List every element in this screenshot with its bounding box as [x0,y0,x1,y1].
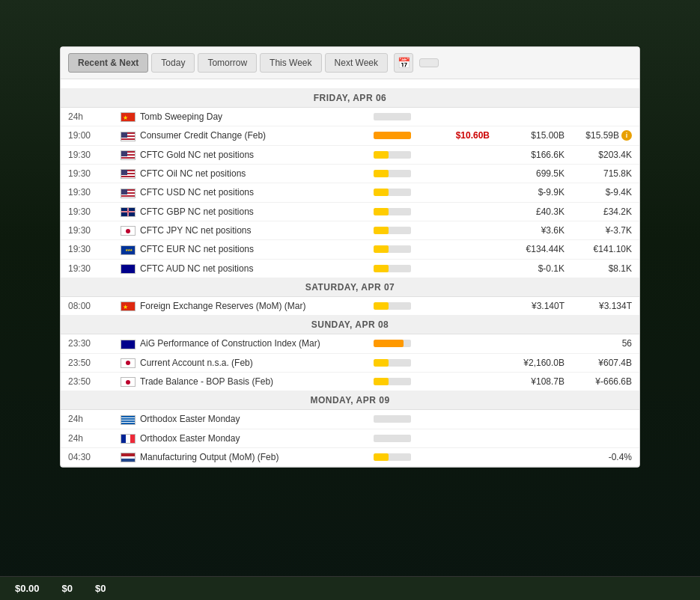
table-row[interactable]: 04:30 Manufacturing Output (MoM) (Feb) -… [61,448,639,467]
tab-this-week[interactable]: This Week [260,53,321,73]
gmt-cell: 19:30 [68,206,121,217]
footer-item-2: $0 [62,583,73,594]
vol-cell [362,113,422,120]
table-row[interactable]: 19:30 CFTC USD NC net positions $-9.9K $… [61,183,639,202]
event-cell: Consumer Credit Change (Feb) [121,130,362,141]
flag-us [121,168,136,179]
flag-gb [121,206,136,217]
table-row[interactable]: 19:00 Consumer Credit Change (Feb) $10.6… [61,126,639,145]
gmt-cell: 19:30 [68,225,121,236]
gmt-cell: 19:30 [68,244,121,254]
table-row[interactable]: 24h Orthodox Easter Monday [61,410,639,429]
previous-value: $-9.4K [606,187,632,198]
table-row[interactable]: 08:00 ★ Foreign Exchange Reserves (MoM) … [61,297,639,316]
calendar-icon[interactable]: 📅 [394,53,413,73]
table-row[interactable]: 19:30 CFTC Gold NC net positions $166.6K… [61,146,639,165]
consensus-cell: $15.00B [490,130,564,141]
previous-value: 56 [622,338,632,349]
previous-value: ¥-3.7K [606,225,632,236]
page-header [0,0,700,46]
previous-cell: ¥3.134T [564,301,632,311]
vol-cell [362,435,422,442]
event-cell: CFTC Oil NC net positions [121,168,362,179]
previous-cell: $203.4K [564,150,632,160]
event-name: CFTC Oil NC net positions [140,168,246,179]
previous-cell: $-9.4K [564,187,632,198]
vol-cell [362,359,422,367]
consensus-cell: ¥108.7B [490,376,564,387]
vol-cell [362,151,422,159]
gmt-cell: 24h [68,433,121,444]
event-cell: CFTC AUD NC net positions [121,263,362,274]
previous-value: ¥-666.6B [595,376,632,387]
gmt-cell: 23:50 [68,376,121,387]
table-row[interactable]: 24h Orthodox Easter Monday [61,429,639,448]
consensus-cell: $-9.9K [490,187,564,198]
actual-cell: $10.60B [422,130,490,141]
flag-cn: ★ [121,301,136,311]
tab-next-week[interactable]: Next Week [325,53,388,73]
table-row[interactable]: 19:30 CFTC GBP NC net positions £40.3K £… [61,203,639,221]
flag-jp [121,225,136,236]
event-name: Foreign Exchange Reserves (MoM) (Mar) [140,301,305,311]
previous-value: €141.10K [594,244,632,254]
table-row[interactable]: 19:30 CFTC Oil NC net positions 699.5K 7… [61,165,639,183]
table-row[interactable]: 19:30 ★★★ CFTC EUR NC net positions €134… [61,240,639,259]
table-row[interactable]: 19:30 CFTC JPY NC net positions ¥3.6K ¥-… [61,221,639,240]
tab-recent-next[interactable]: Recent & Next [68,53,148,73]
previous-value: -0.4% [609,452,632,462]
event-cell: Current Account n.s.a. (Feb) [121,358,362,368]
previous-cell: 56 [564,338,632,349]
vol-cell [362,378,422,385]
table-row[interactable]: 23:50 Current Account n.s.a. (Feb) ¥2,16… [61,354,639,373]
event-cell: Trade Balance - BOP Basis (Feb) [121,376,362,387]
previous-value: ¥3.134T [599,301,632,311]
table-row[interactable]: 24h ★ Tomb Sweeping Day [61,108,639,126]
show-filters-button[interactable] [419,58,439,67]
consensus-cell: ¥2,160.0B [490,358,564,368]
event-cell: Orthodox Easter Monday [121,433,362,444]
previous-value: $15.59B [585,130,619,141]
tab-tomorrow[interactable]: Tomorrow [198,53,257,73]
previous-cell: €141.10K [564,244,632,254]
tab-today[interactable]: Today [151,53,195,73]
vol-cell [362,265,422,272]
consensus-cell: ¥3.140T [490,301,564,311]
section-header: SATURDAY, APR 07 [61,278,639,297]
flag-jp [121,376,136,387]
event-name: CFTC EUR NC net positions [140,244,254,254]
previous-value: $8.1K [609,263,632,274]
previous-cell: £34.2K [564,206,632,217]
vol-cell [362,415,422,423]
event-name: CFTC USD NC net positions [140,187,254,198]
section-header: SUNDAY, APR 08 [61,316,639,334]
table-row[interactable]: 23:50 Trade Balance - BOP Basis (Feb) ¥1… [61,373,639,391]
flag-au [121,263,136,274]
flag-fr [121,433,136,444]
flag-us [121,187,136,198]
gmt-cell: 23:50 [68,358,121,368]
footer-item-3: $0 [95,583,106,594]
footer-item-1: $0.00 [15,583,40,594]
table-row[interactable]: 23:30 AiG Performance of Construction In… [61,334,639,353]
info-icon[interactable]: i [621,130,632,141]
vol-cell [362,340,422,347]
vol-cell [362,189,422,196]
vol-cell [362,302,422,310]
table-body: FRIDAY, APR 06 24h ★ Tomb Sweeping Day 1… [61,89,639,467]
previous-cell: ¥-3.7K [564,225,632,236]
section-header: MONDAY, APR 09 [61,391,639,410]
table-row[interactable]: 19:30 CFTC AUD NC net positions $-0.1K $… [61,260,639,278]
previous-value: ¥607.4B [598,358,632,368]
event-cell: AiG Performance of Construction Index (M… [121,338,362,349]
gmt-cell: 24h [68,414,121,424]
gmt-cell: 23:30 [68,338,121,349]
event-cell: ★★★ CFTC EUR NC net positions [121,244,362,254]
gmt-cell: 04:30 [68,452,121,462]
previous-value: 715.8K [603,168,632,179]
consensus-cell: $166.6K [490,150,564,160]
consensus-cell: £40.3K [490,206,564,217]
previous-cell: ¥607.4B [564,358,632,368]
event-name: CFTC JPY NC net positions [140,225,252,236]
vol-cell [362,453,422,461]
